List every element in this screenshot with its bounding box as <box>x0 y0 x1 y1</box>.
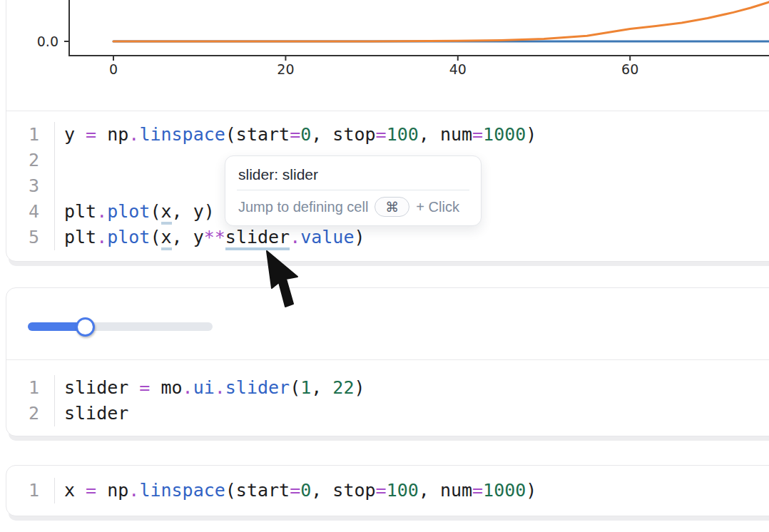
notebook-cell-x: 1x = np.linspace(start=0, stop=100, num=… <box>6 465 769 516</box>
code-editor[interactable]: 1slider = mo.ui.slider(1, 22)2slider <box>6 361 769 426</box>
variable-tooltip: slider: slider Jump to defining cell ⌘ +… <box>225 155 482 226</box>
code-line[interactable]: x = np.linspace(start=0, stop=100, num=1… <box>55 478 769 503</box>
slider-output <box>6 288 769 359</box>
line-number: 1 <box>6 122 55 148</box>
line-number: 2 <box>6 148 55 173</box>
variable-ref[interactable]: x <box>161 227 172 250</box>
line-number: 3 <box>6 173 55 199</box>
line-number: 1 <box>6 375 55 401</box>
code-line[interactable]: y = np.linspace(start=0, stop=100, num=1… <box>55 122 769 148</box>
code-editor[interactable]: 1x = np.linspace(start=0, stop=100, num=… <box>6 466 769 503</box>
slider-thumb[interactable] <box>76 317 95 337</box>
slider-track[interactable] <box>28 322 213 331</box>
tooltip-click-label: + Click <box>416 199 459 215</box>
variable-ref[interactable]: x <box>161 201 172 225</box>
command-key-icon: ⌘ <box>385 199 399 215</box>
code-line[interactable]: slider = mo.ui.slider(1, 22) <box>55 375 769 401</box>
line-number: 4 <box>6 199 55 225</box>
code-line[interactable]: slider <box>55 401 769 426</box>
line-number: 1 <box>6 478 55 503</box>
command-key-badge: ⌘ <box>375 197 409 217</box>
line-number: 5 <box>6 225 55 250</box>
tooltip-action-label: Jump to defining cell <box>238 199 368 215</box>
line-number: 2 <box>6 401 55 426</box>
code-line[interactable]: plt.plot(x, y**slider.value) <box>55 225 769 250</box>
hovered-variable-ref[interactable]: slider <box>225 227 290 250</box>
notebook-cell-slider: 1slider = mo.ui.slider(1, 22)2slider <box>6 287 769 436</box>
tooltip-title: slider: slider <box>225 156 481 190</box>
